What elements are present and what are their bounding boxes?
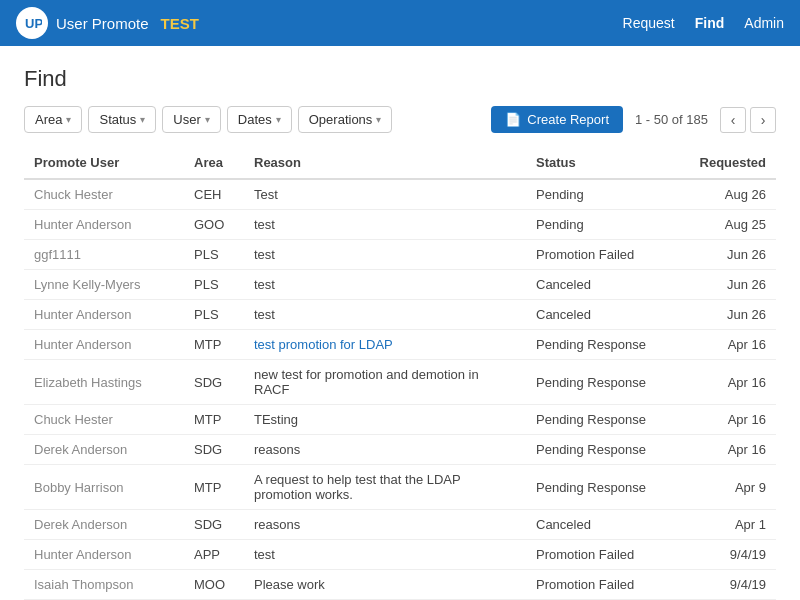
cell-reason: test	[244, 240, 526, 270]
cell-reason: test	[244, 210, 526, 240]
table-row: Bobby Harrison MTP A request to help tes…	[24, 465, 776, 510]
cell-requested: Jun 26	[686, 270, 776, 300]
cell-status: Pending	[526, 210, 686, 240]
table-row: Hunter Anderson MTP test promotion for L…	[24, 330, 776, 360]
reason-text: test	[254, 547, 275, 562]
table-row: Hunter Anderson APP test Promotion Faile…	[24, 540, 776, 570]
chevron-down-icon: ▾	[205, 114, 210, 125]
table-row: Isaiah Thompson MOO Please work Promotio…	[24, 570, 776, 600]
cell-reason: A request to help test that the LDAP pro…	[244, 465, 526, 510]
cell-user: Chuck Hester	[24, 405, 184, 435]
header-brand: UP User Promote TEST	[16, 7, 199, 39]
cell-requested: Jun 26	[686, 240, 776, 270]
filter-bar: Area ▾ Status ▾ User ▾ Dates ▾ Operation…	[24, 106, 392, 133]
cell-user: Derek Anderson	[24, 510, 184, 540]
cell-status: Promotion Failed	[526, 240, 686, 270]
prev-page-button[interactable]: ‹	[720, 107, 746, 133]
reason-text: test	[254, 217, 275, 232]
next-page-button[interactable]: ›	[750, 107, 776, 133]
cell-user: Hunter Anderson	[24, 330, 184, 360]
cell-status: Pending Response	[526, 465, 686, 510]
reason-text: test	[254, 307, 275, 322]
nav-admin[interactable]: Admin	[744, 15, 784, 31]
cell-status: Promotion Failed	[526, 570, 686, 600]
reason-text: reasons	[254, 442, 300, 457]
cell-area: PLS	[184, 240, 244, 270]
chevron-down-icon: ▾	[140, 114, 145, 125]
cell-user: Hunter Anderson	[24, 300, 184, 330]
status-filter[interactable]: Status ▾	[88, 106, 156, 133]
dates-filter[interactable]: Dates ▾	[227, 106, 292, 133]
reason-text: Please work	[254, 577, 325, 592]
cell-user: Chuck Hester	[24, 179, 184, 210]
pagination-controls: ‹ ›	[720, 107, 776, 133]
cell-user: Hunter Anderson	[24, 540, 184, 570]
report-icon: 📄	[505, 112, 521, 127]
results-table-wrapper: Promote User Area Reason Status Requeste…	[24, 147, 776, 600]
user-filter[interactable]: User ▾	[162, 106, 220, 133]
svg-text:UP: UP	[25, 16, 42, 31]
cell-reason: test	[244, 540, 526, 570]
pagination-info: 1 - 50 of 185	[635, 112, 708, 127]
cell-area: PLS	[184, 270, 244, 300]
reason-text: test	[254, 247, 275, 262]
cell-user: Lynne Kelly-Myers	[24, 270, 184, 300]
table-row: Hunter Anderson GOO test Pending Aug 25	[24, 210, 776, 240]
reason-text: TEsting	[254, 412, 298, 427]
cell-requested: 9/4/19	[686, 540, 776, 570]
table-row: Chuck Hester MTP TEsting Pending Respons…	[24, 405, 776, 435]
cell-reason: Please work	[244, 570, 526, 600]
table-row: Derek Anderson SDG reasons Pending Respo…	[24, 435, 776, 465]
cell-status: Canceled	[526, 510, 686, 540]
table-row: ggf1111 PLS test Promotion Failed Jun 26	[24, 240, 776, 270]
cell-user: Bobby Harrison	[24, 465, 184, 510]
reason-link[interactable]: test promotion for LDAP	[254, 337, 393, 352]
cell-reason: TEsting	[244, 405, 526, 435]
cell-status: Pending	[526, 179, 686, 210]
cell-requested: Aug 26	[686, 179, 776, 210]
area-filter[interactable]: Area ▾	[24, 106, 82, 133]
cell-area: APP	[184, 540, 244, 570]
cell-area: MTP	[184, 465, 244, 510]
cell-status: Promotion Failed	[526, 540, 686, 570]
cell-area: SDG	[184, 510, 244, 540]
cell-requested: Apr 16	[686, 435, 776, 465]
cell-reason: test	[244, 300, 526, 330]
col-header-reason: Reason	[244, 147, 526, 179]
app-header: UP User Promote TEST Request Find Admin	[0, 0, 800, 46]
cell-status: Canceled	[526, 270, 686, 300]
cell-requested: Apr 16	[686, 330, 776, 360]
cell-user: Derek Anderson	[24, 435, 184, 465]
nav-request[interactable]: Request	[623, 15, 675, 31]
cell-status: Canceled	[526, 300, 686, 330]
create-report-button[interactable]: 📄 Create Report	[491, 106, 623, 133]
cell-area: MOO	[184, 570, 244, 600]
cell-reason: reasons	[244, 510, 526, 540]
table-row: Hunter Anderson PLS test Canceled Jun 26	[24, 300, 776, 330]
app-name: User Promote	[56, 15, 149, 32]
cell-requested: Jun 26	[686, 300, 776, 330]
cell-requested: Apr 9	[686, 465, 776, 510]
reason-text: Test	[254, 187, 278, 202]
cell-area: MTP	[184, 330, 244, 360]
reason-text: reasons	[254, 517, 300, 532]
app-logo: UP	[16, 7, 48, 39]
col-header-user: Promote User	[24, 147, 184, 179]
table-row: Lynne Kelly-Myers PLS test Canceled Jun …	[24, 270, 776, 300]
operations-filter[interactable]: Operations ▾	[298, 106, 393, 133]
cell-status: Pending Response	[526, 330, 686, 360]
cell-user: Isaiah Thompson	[24, 570, 184, 600]
page-title: Find	[24, 66, 776, 92]
nav-find[interactable]: Find	[695, 15, 725, 31]
col-header-area: Area	[184, 147, 244, 179]
cell-reason: Test	[244, 179, 526, 210]
cell-requested: Apr 1	[686, 510, 776, 540]
cell-status: Pending Response	[526, 435, 686, 465]
chevron-down-icon: ▾	[276, 114, 281, 125]
cell-area: SDG	[184, 435, 244, 465]
toolbar-right: 📄 Create Report 1 - 50 of 185 ‹ ›	[491, 106, 776, 133]
cell-area: MTP	[184, 405, 244, 435]
cell-status: Pending Response	[526, 360, 686, 405]
cell-user: Hunter Anderson	[24, 210, 184, 240]
cell-area: PLS	[184, 300, 244, 330]
